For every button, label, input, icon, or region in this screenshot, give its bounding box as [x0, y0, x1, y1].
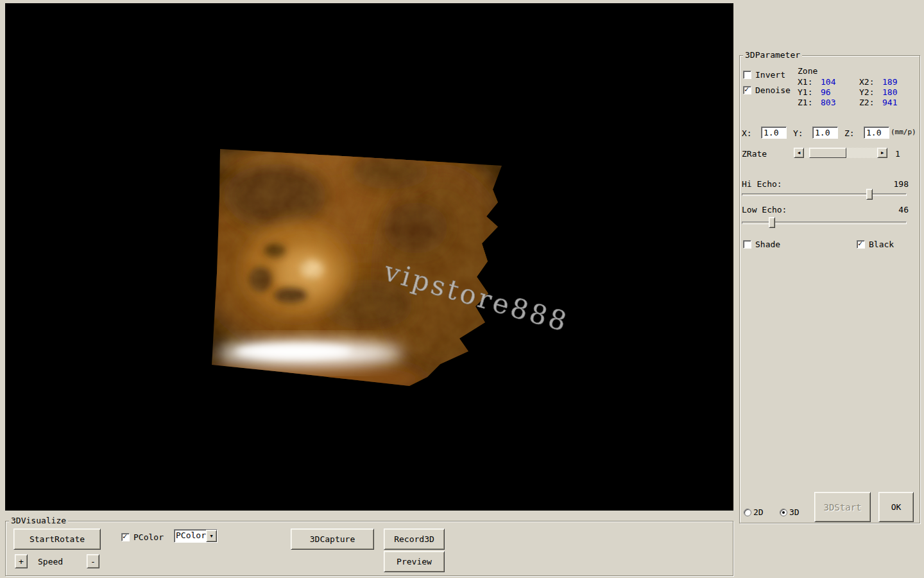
speed-minus-button[interactable]: -	[87, 554, 99, 568]
zrate-scrollbar-thumb[interactable]	[809, 148, 846, 158]
y-scale-input[interactable]	[812, 127, 838, 139]
speed-label: Speed	[38, 557, 63, 566]
low-echo-value: 46	[898, 205, 909, 215]
visualize-group-title: 3DVisualize	[9, 516, 68, 525]
ok-button[interactable]: OK	[878, 492, 914, 522]
zone-label: Y2:	[859, 87, 882, 98]
mode-3d-radio[interactable]	[780, 509, 787, 516]
capture-button[interactable]: 3DCapture	[291, 529, 374, 550]
zone-value: 189	[882, 77, 914, 87]
hi-echo-thumb[interactable]	[866, 189, 873, 200]
zone-label: Y1:	[798, 87, 821, 98]
zone-value: 180	[882, 87, 914, 98]
y-scale-label: Y:	[793, 128, 803, 138]
zone-section: Zone X1: 104 X2: 189 Y1: 96 Y2: 180 Z1: …	[798, 66, 914, 108]
mode-2d-radio[interactable]	[744, 509, 751, 516]
hi-echo-label: Hi Echo:	[742, 179, 782, 189]
zrate-value: 1	[895, 149, 900, 159]
hi-echo-slider[interactable]	[742, 193, 907, 196]
render-viewport[interactable]: vipstore888	[5, 3, 733, 511]
zone-value: 941	[882, 98, 914, 108]
denoise-label: Denoise	[755, 85, 791, 95]
zone-grid: X1: 104 X2: 189 Y1: 96 Y2: 180 Z1: 803 Z…	[798, 77, 914, 108]
preview-button[interactable]: Preview	[384, 551, 445, 572]
pcolor-checkbox-label: PColor	[133, 532, 164, 542]
shade-checkbox[interactable]	[743, 240, 751, 249]
black-checkbox[interactable]	[857, 240, 865, 249]
zone-label: Z1:	[798, 98, 821, 108]
zone-title: Zone	[798, 66, 914, 76]
low-echo-slider[interactable]	[742, 222, 907, 224]
low-echo-thumb[interactable]	[769, 217, 775, 228]
zone-label: X2:	[859, 77, 882, 87]
zrate-right-arrow-icon[interactable]: ▶	[877, 148, 887, 158]
parameter-group-title: 3DParameter	[743, 51, 802, 60]
low-echo-label: Low Echo:	[742, 205, 787, 215]
x-scale-label: X:	[742, 128, 752, 138]
pcolor-checkbox[interactable]	[121, 533, 130, 541]
zone-value: 104	[821, 77, 859, 87]
pcolor-dropdown-value[interactable]: PColor	[175, 530, 206, 542]
black-label: Black	[869, 240, 894, 249]
z-scale-input[interactable]	[864, 127, 889, 139]
visualize-group: 3DVisualize StartRotate PColor PColor ▼ …	[5, 521, 733, 576]
ultrasound-render: vipstore888	[5, 3, 733, 511]
invert-checkbox[interactable]	[743, 71, 751, 79]
mode-3d-label: 3D	[789, 507, 800, 517]
zone-label: X1:	[798, 77, 821, 87]
parameter-group: 3DParameter Invert Denoise Zone X1: 104 …	[739, 55, 920, 523]
hi-echo-value: 198	[894, 179, 909, 189]
chevron-down-icon[interactable]: ▼	[206, 530, 217, 542]
zone-value: 96	[821, 87, 859, 98]
speed-plus-button[interactable]: +	[15, 554, 28, 568]
shade-label: Shade	[755, 240, 780, 249]
zrate-label: ZRate	[742, 149, 767, 159]
invert-label: Invert	[755, 70, 785, 80]
zrate-scrollbar[interactable]: ◀ ▶	[794, 148, 887, 158]
pcolor-dropdown[interactable]: PColor ▼	[174, 529, 218, 543]
start-rotate-button[interactable]: StartRotate	[13, 529, 101, 550]
z-scale-label: Z:	[844, 128, 855, 138]
zrate-left-arrow-icon[interactable]: ◀	[794, 148, 804, 158]
denoise-checkbox[interactable]	[743, 86, 751, 94]
record3d-button[interactable]: Record3D	[384, 529, 445, 550]
x-scale-input[interactable]	[761, 127, 787, 139]
zrate-scrollbar-track[interactable]	[804, 148, 877, 158]
zone-label: Z2:	[859, 98, 882, 108]
zone-value: 803	[821, 98, 859, 108]
mode-2d-label: 2D	[753, 507, 764, 517]
scale-unit-label: (mm/p)	[891, 128, 916, 136]
start3d-button[interactable]: 3DStart	[814, 492, 871, 522]
